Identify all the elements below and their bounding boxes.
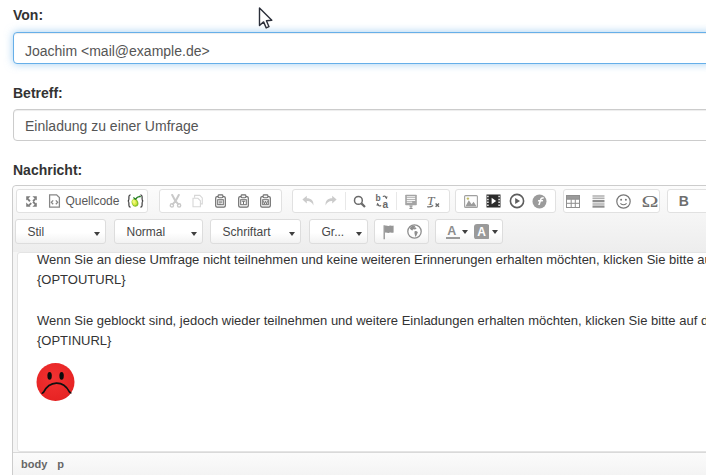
svg-text:Ω: Ω bbox=[641, 193, 658, 209]
svg-text:a: a bbox=[383, 199, 389, 209]
svg-text:A: A bbox=[447, 224, 456, 238]
svg-text:A: A bbox=[477, 225, 486, 239]
svg-text:b: b bbox=[376, 194, 381, 203]
